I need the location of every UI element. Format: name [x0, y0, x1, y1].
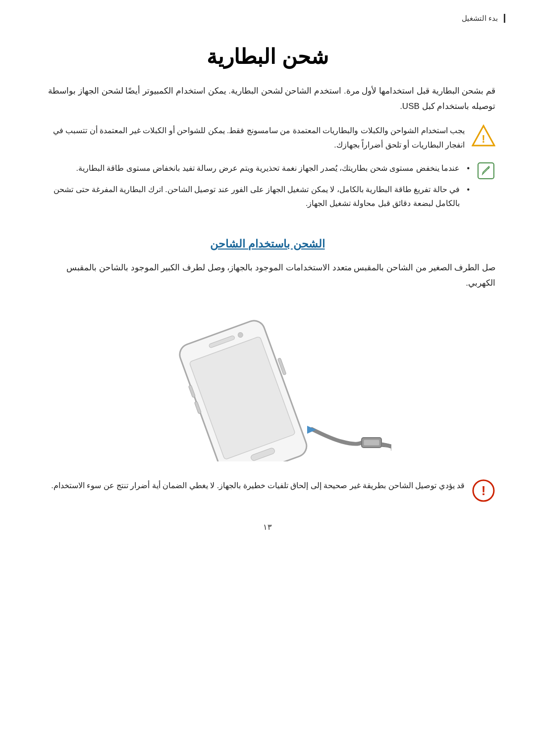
warning-text-1: يجب استخدام الشواحن والكبلات والبطاريات …: [40, 124, 465, 152]
warning-box-1: ! يجب استخدام الشواحن والكبلات والبطاريا…: [40, 124, 495, 152]
warning-triangle-icon: !: [472, 124, 495, 148]
page-header: بدء التشغيل: [462, 14, 505, 23]
bullet-item-1: عندما ينخفض مستوى شحن بطاريتك، يُصدر الج…: [40, 161, 470, 176]
svg-rect-13: [364, 440, 379, 446]
svg-text:!: !: [482, 483, 486, 498]
intro-paragraph: قم بشحن البطارية قبل استخدامها لأول مرة.…: [40, 84, 495, 114]
page-number: ١٣: [40, 522, 495, 532]
phone-charger-svg: [144, 308, 391, 461]
bullet-notes-area: عندما ينخفض مستوى شحن بطاريتك، يُصدر الج…: [40, 161, 470, 218]
section-text: صل الطرف الصغير من الشاحن بالمقبس متعدد …: [40, 260, 495, 291]
info-warning-icon: !: [472, 479, 495, 503]
device-illustration: [144, 305, 391, 464]
page-title: شحن البطارية: [40, 45, 495, 69]
warning-box-2: ! قد يؤدي توصيل الشاحن بطريقة غير صحيحة …: [40, 479, 495, 503]
note-group: عندما ينخفض مستوى شحن بطاريتك، يُصدر الج…: [40, 161, 495, 218]
bullet-item-2: في حالة تفريغ طاقة البطارية بالكامل، لا …: [40, 183, 470, 211]
svg-text:!: !: [482, 133, 485, 145]
warning-text-2: قد يؤدي توصيل الشاحن بطريقة غير صحيحة إل…: [40, 479, 465, 493]
header-text: بدء التشغيل: [462, 14, 498, 22]
note-icon: [477, 161, 495, 180]
section-title: الشحن باستخدام الشاحن: [40, 238, 495, 251]
